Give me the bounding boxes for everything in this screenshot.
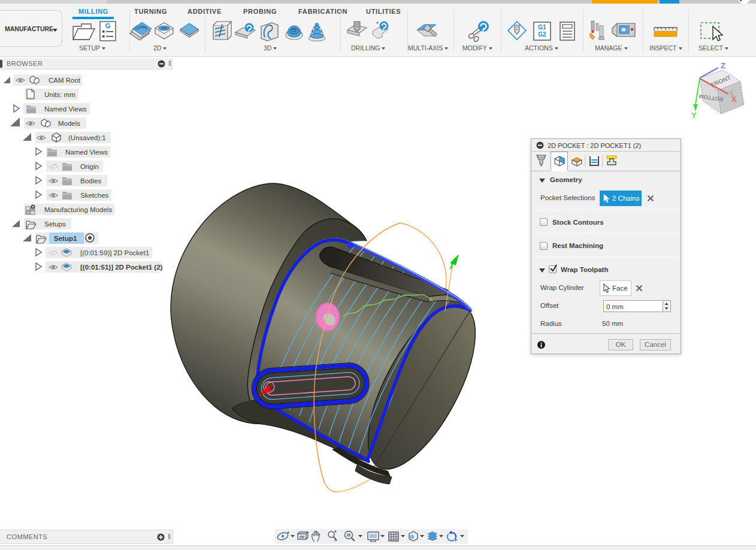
svg-text:(Unsaved):1: (Unsaved):1 bbox=[68, 134, 106, 141]
svg-text:G: G bbox=[105, 22, 111, 29]
svg-text:Setup1: Setup1 bbox=[54, 235, 77, 242]
svg-text:Models: Models bbox=[58, 120, 80, 127]
svg-text:G1: G1 bbox=[538, 24, 546, 31]
svg-text:Origin: Origin bbox=[80, 163, 99, 170]
svg-text:Named Views: Named Views bbox=[44, 105, 87, 113]
svg-text:Setups: Setups bbox=[44, 220, 66, 228]
svg-text:Z: Z bbox=[721, 61, 725, 70]
svg-text:Manufacturing Models: Manufacturing Models bbox=[44, 206, 112, 213]
svg-text:Units: mm: Units: mm bbox=[44, 91, 75, 98]
svg-text:G2: G2 bbox=[538, 31, 546, 38]
svg-text:CAM Root: CAM Root bbox=[49, 77, 81, 84]
svg-text:Y: Y bbox=[691, 111, 697, 120]
svg-text:Sketches: Sketches bbox=[80, 192, 109, 199]
svg-text:Named Views: Named Views bbox=[65, 149, 108, 156]
svg-text:X: X bbox=[731, 95, 737, 104]
svg-text:[(0:01:59)] 2D Pocket1: [(0:01:59)] 2D Pocket1 bbox=[80, 249, 149, 256]
svg-text:[(0:01:51)] 2D Pocket1 (2): [(0:01:51)] 2D Pocket1 (2) bbox=[80, 264, 163, 271]
svg-text:Bodies: Bodies bbox=[80, 177, 101, 185]
